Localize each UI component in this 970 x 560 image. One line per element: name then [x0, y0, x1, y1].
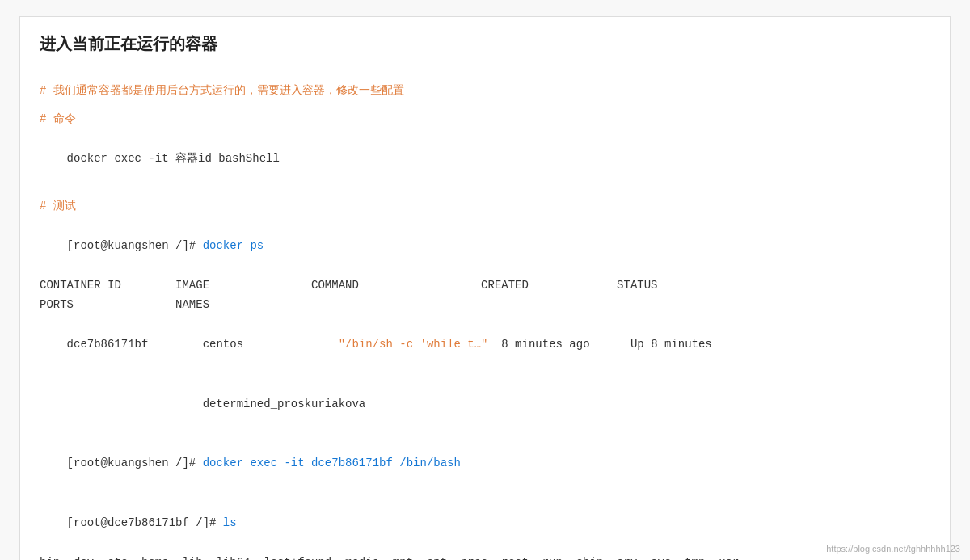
ls-output-1: bin dev etc home lib lib64 lost+found me… [40, 553, 930, 561]
comment-line-1: # 我们通常容器都是使用后台方式运行的，需要进入容器，修改一些配置 [40, 81, 930, 101]
spacer [40, 188, 930, 196]
ps-header-row1: CONTAINER ID IMAGE COMMAND CREATED STATU… [40, 276, 930, 296]
spacer [40, 101, 930, 109]
cmd-container-id: 容器id bashShell [175, 152, 280, 165]
cmd-dark: docker exec -it [67, 152, 175, 165]
container-id-value: dce7b86171bf [67, 338, 203, 351]
prompt-line-1: [root@kuangshen /]# docker ps [40, 216, 930, 276]
ps-header-row2: PORTS NAMES [40, 295, 930, 315]
prompt-text-3: [root@dce7b86171bf /]# [67, 516, 223, 529]
comment-line-2: # 命令 [40, 109, 930, 129]
cmd-ls: ls [223, 516, 237, 529]
status-value: Up 8 minutes [630, 338, 712, 351]
prompt-text-2: [root@kuangshen /]# [67, 457, 203, 469]
spacer [40, 73, 930, 81]
command-value: "/bin/sh -c 'while t…" [339, 338, 488, 351]
prompt-line-2: [root@kuangshen /]# docker exec -it dce7… [40, 434, 930, 494]
watermark: https://blog.csdn.net/tghhhhhh123 [826, 544, 960, 554]
image-value: centos [203, 338, 339, 351]
prompt-text: [root@kuangshen /]# [67, 239, 203, 252]
prompt-line-3: [root@dce7b86171bf /]# ls [40, 493, 930, 553]
comment-line-3: # 测试 [40, 196, 930, 217]
command-description: docker exec -it 容器id bashShell [40, 128, 930, 188]
ps-data-row2: determined_proskuriakova [40, 374, 930, 434]
content-area: 进入当前正在运行的容器 # 我们通常容器都是使用后台方式运行的，需要进入容器，修… [19, 16, 951, 560]
names-indent: determined_proskuriakova [67, 398, 366, 411]
cmd-exec: docker exec -it dce7b86171bf /bin/bash [203, 457, 461, 469]
created-value: 8 minutes ago [488, 338, 630, 351]
ps-data-row1: dce7b86171bf centos "/bin/sh -c 'while t… [40, 315, 930, 375]
page-title: 进入当前正在运行的容器 [40, 33, 930, 63]
cmd-docker-ps: docker ps [203, 239, 264, 252]
